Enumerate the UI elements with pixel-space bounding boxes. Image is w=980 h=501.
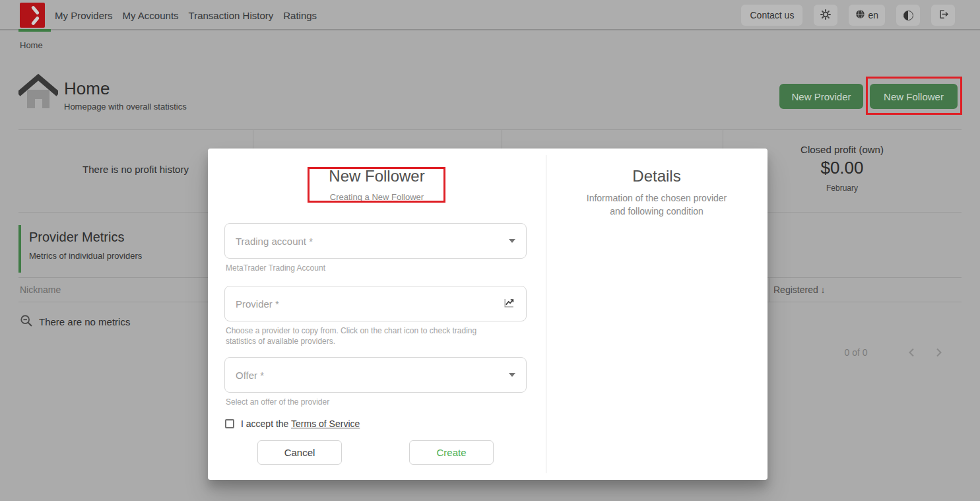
divider [769, 277, 769, 302]
chevron-right-icon [933, 350, 944, 360]
column-header-nickname[interactable]: Nickname [20, 284, 61, 295]
terms-row: I accept the Terms of Service [225, 418, 360, 429]
language-button[interactable]: en [849, 5, 885, 26]
new-provider-button[interactable]: New Provider [779, 84, 863, 109]
provider-select[interactable]: Provider * [224, 286, 527, 321]
zoom-out-icon [20, 314, 33, 329]
trading-account-hint: MetaTrader Trading Account [226, 263, 503, 273]
cancel-button[interactable]: Cancel [257, 440, 342, 465]
create-button[interactable]: Create [409, 440, 494, 465]
chevron-down-icon [509, 239, 515, 243]
offer-select[interactable]: Offer * [224, 357, 527, 393]
app-logo[interactable] [20, 3, 45, 28]
pagination-next-button[interactable] [931, 345, 946, 361]
details-subtitle: Information of the chosen provider and f… [585, 191, 729, 218]
provider-metrics-subtitle: Metrics of individual providers [29, 251, 142, 261]
new-follower-button[interactable]: New Follower [870, 84, 958, 109]
chart-icon[interactable] [503, 296, 515, 312]
details-title: Details [546, 167, 768, 185]
provider-metrics-title: Provider Metrics [29, 230, 124, 245]
divider [502, 130, 502, 149]
logout-icon [938, 9, 949, 22]
column-header-registered[interactable]: Registered ↓ [773, 284, 826, 295]
chevron-down-icon [509, 373, 515, 377]
terms-of-service-link[interactable]: Terms of Service [291, 418, 360, 429]
contrast-icon [903, 11, 913, 20]
settings-button[interactable] [814, 5, 837, 26]
offer-hint: Select an offer of the provider [226, 397, 503, 407]
logo-slash-top [31, 5, 40, 15]
nav-my-providers[interactable]: My Providers [55, 10, 113, 21]
trading-account-label: Trading account * [236, 236, 509, 247]
terms-text: I accept the Terms of Service [241, 418, 360, 429]
terms-checkbox[interactable] [225, 419, 234, 428]
contact-us-button[interactable]: Contact us [741, 5, 802, 26]
divider [18, 129, 962, 130]
logout-button[interactable] [931, 5, 955, 26]
globe-icon [855, 9, 865, 21]
gear-icon [820, 9, 831, 22]
pagination-prev-button[interactable] [904, 345, 920, 361]
logo-slash-bottom [31, 16, 40, 26]
pagination-status: 0 of 0 [833, 347, 879, 358]
section-accent-bar [18, 225, 21, 273]
breadcrumb[interactable]: Home [20, 40, 43, 50]
empty-metrics-text: There are no metrics [39, 316, 130, 327]
sort-desc-icon[interactable]: ↓ [821, 284, 826, 295]
page-subtitle: Homepage with overall statistics [64, 102, 187, 112]
home-icon [18, 73, 58, 114]
chevron-left-icon [907, 350, 917, 360]
nav-my-accounts[interactable]: My Accounts [123, 10, 179, 21]
top-app-bar: My Providers My Accounts Transaction His… [0, 0, 980, 30]
new-follower-dialog: New Follower Creating a New Follower Tra… [208, 149, 768, 480]
provider-hint: Choose a provider to copy from. Click on… [226, 325, 498, 347]
page-title: Home [64, 79, 110, 99]
nav-transaction-history[interactable]: Transaction History [189, 10, 274, 21]
provider-label: Provider * [236, 298, 503, 310]
offer-label: Offer * [236, 370, 509, 381]
dialog-details-pane: Details Information of the chosen provid… [546, 149, 768, 480]
main-nav: My Providers My Accounts Transaction His… [55, 0, 317, 30]
dialog-form-pane: New Follower Creating a New Follower Tra… [208, 149, 546, 480]
trading-account-select[interactable]: Trading account * [224, 223, 527, 259]
topbar-actions: Contact us en [741, 5, 955, 26]
language-code: en [868, 10, 878, 20]
active-tab-indicator [18, 29, 51, 32]
theme-toggle-button[interactable] [896, 5, 920, 26]
nav-ratings[interactable]: Ratings [283, 10, 317, 21]
dialog-title: New Follower [208, 167, 546, 185]
empty-metrics-row: There are no metrics [20, 314, 130, 329]
dialog-subtitle: Creating a New Follower [208, 192, 546, 202]
